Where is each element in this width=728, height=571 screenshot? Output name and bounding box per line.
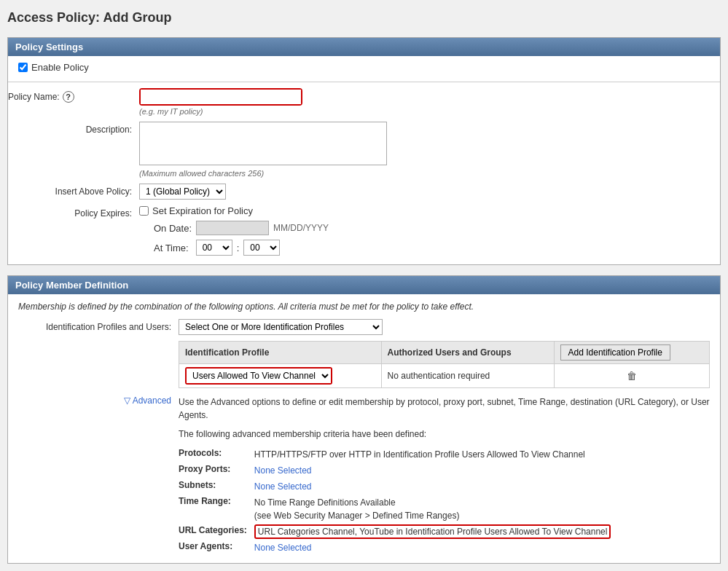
set-expiration-label[interactable]: Set Expiration for Policy: [139, 205, 720, 216]
advanced-toggle-link[interactable]: ▽ Advanced: [18, 395, 179, 406]
col-identification-profile: Identification Profile: [179, 342, 382, 364]
advanced-note2: The following advanced membership criter…: [179, 428, 710, 441]
time-range-key: Time Range:: [179, 495, 254, 524]
description-hint: (Maximum allowed characters 256): [139, 169, 720, 178]
delete-profile-button[interactable]: 🗑: [627, 370, 637, 382]
col-authorized-users: Authorized Users and Groups: [381, 342, 554, 364]
criteria-proxy-ports: Proxy Ports: None Selected: [179, 462, 611, 479]
policy-name-row: Policy Name: ? Allow YouTube (e.g. my IT…: [8, 88, 720, 116]
enable-policy-row: Enable Policy: [8, 56, 720, 79]
enable-policy-label[interactable]: Enable Policy: [18, 62, 710, 73]
subnets-link[interactable]: None Selected: [254, 481, 312, 492]
url-categories-box: URL Categories Channel, YouTube in Ident…: [254, 524, 611, 539]
user-agents-link[interactable]: None Selected: [254, 543, 312, 553]
proxy-ports-link[interactable]: None Selected: [254, 465, 312, 476]
subnets-key: Subnets:: [179, 479, 254, 495]
user-agents-key: User Agents:: [179, 540, 254, 556]
advanced-note1: Use the Advanced options to define or ed…: [179, 395, 710, 422]
policy-name-hint: (e.g. my IT policy): [139, 107, 720, 116]
user-agents-val: None Selected: [254, 540, 611, 556]
description-textarea[interactable]: [139, 122, 387, 165]
id-profiles-dropdown[interactable]: Select One or More Identification Profil…: [179, 319, 383, 335]
id-profiles-label: Identification Profiles and Users:: [18, 319, 179, 332]
policy-settings-header: Policy Settings: [8, 38, 720, 56]
policy-member-section: Policy Member Definition Membership is d…: [7, 275, 721, 564]
profile-table: Identification Profile Authorized Users …: [179, 341, 710, 388]
delete-cell: 🗑: [554, 364, 709, 388]
time-range-val: No Time Range Definitions Available (see…: [254, 495, 611, 524]
criteria-grid: Protocols: HTTP/HTTPS/FTP over HTTP in I…: [179, 446, 611, 556]
on-date-input[interactable]: [196, 221, 269, 235]
criteria-protocols: Protocols: HTTP/HTTPS/FTP over HTTP in I…: [179, 446, 611, 462]
membership-note: Membership is defined by the combination…: [18, 302, 710, 312]
date-format-hint: MM/DD/YYYY: [273, 223, 329, 233]
protocols-val: HTTP/HTTPS/FTP over HTTP in Identificati…: [254, 446, 611, 462]
time-hour-select[interactable]: 00: [196, 240, 232, 256]
description-row: Description: (Maximum allowed characters…: [8, 122, 720, 178]
profile-name-select[interactable]: Users Allowed To View Channel: [187, 369, 331, 383]
url-categories-key: URL Categories:: [179, 524, 254, 540]
col-add-profile: Add Identification Profile: [554, 342, 709, 364]
advanced-section: ▽ Advanced Use the Advanced options to d…: [18, 395, 710, 556]
policy-member-body: Membership is defined by the combination…: [8, 294, 720, 563]
set-expiration-checkbox[interactable]: [139, 206, 149, 216]
time-minute-select[interactable]: 00: [243, 240, 280, 256]
advanced-content: Use the Advanced options to define or ed…: [179, 395, 710, 556]
proxy-ports-key: Proxy Ports:: [179, 462, 254, 479]
url-categories-val: URL Categories Channel, YouTube in Ident…: [254, 524, 611, 540]
policy-expires-row: Policy Expires: Set Expiration for Polic…: [8, 205, 720, 256]
criteria-time-range: Time Range: No Time Range Definitions Av…: [179, 495, 611, 524]
policy-expires-label: Policy Expires:: [8, 205, 139, 218]
id-profiles-row: Identification Profiles and Users: Selec…: [18, 319, 710, 388]
table-row: Users Allowed To View Channel No authent…: [179, 364, 710, 388]
policy-name-label: Policy Name: ?: [8, 88, 139, 103]
policy-name-control: Allow YouTube (e.g. my IT policy): [139, 88, 720, 116]
policy-member-header: Policy Member Definition: [8, 276, 720, 294]
criteria-subnets: Subnets: None Selected: [179, 479, 611, 495]
description-label: Description:: [8, 122, 139, 135]
id-profiles-control: Select One or More Identification Profil…: [179, 319, 710, 388]
auth-value-cell: No authentication required: [381, 364, 554, 388]
add-identification-profile-button[interactable]: Add Identification Profile: [560, 344, 670, 361]
description-control: (Maximum allowed characters 256): [139, 122, 720, 178]
at-time-label: At Time:: [154, 243, 189, 253]
policy-name-help-icon[interactable]: ?: [63, 91, 74, 103]
insert-above-control: 1 (Global Policy): [139, 184, 720, 200]
policy-expires-control: Set Expiration for Policy On Date: MM/DD…: [139, 205, 720, 256]
policy-name-input[interactable]: Allow YouTube: [141, 90, 301, 104]
on-date-label: On Date:: [154, 223, 192, 234]
profile-table-header-row: Identification Profile Authorized Users …: [179, 342, 710, 364]
insert-above-label: Insert Above Policy:: [8, 184, 139, 197]
protocols-key: Protocols:: [179, 446, 254, 462]
policy-settings-section: Policy Settings Enable Policy Policy Nam…: [7, 37, 721, 265]
enable-policy-checkbox[interactable]: [18, 63, 28, 72]
insert-above-select[interactable]: 1 (Global Policy): [139, 184, 226, 200]
criteria-url-categories: URL Categories: URL Categories Channel, …: [179, 524, 611, 540]
insert-above-row: Insert Above Policy: 1 (Global Policy): [8, 184, 720, 200]
page-title: Access Policy: Add Group: [7, 7, 721, 28]
profile-select-cell: Users Allowed To View Channel: [179, 364, 382, 388]
time-separator: :: [237, 243, 240, 253]
subnets-val: None Selected: [254, 479, 611, 495]
proxy-ports-val: None Selected: [254, 462, 611, 479]
criteria-user-agents: User Agents: None Selected: [179, 540, 611, 556]
